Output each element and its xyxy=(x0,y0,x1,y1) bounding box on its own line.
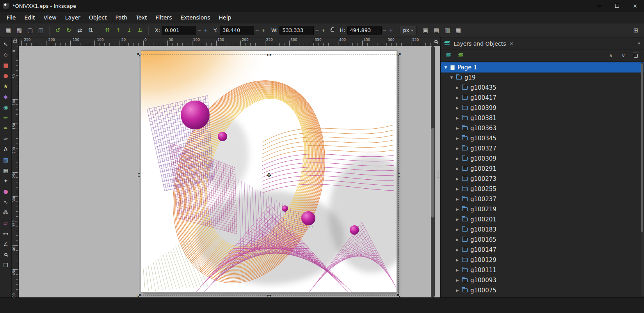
duplicate-layer-button[interactable] xyxy=(457,51,466,60)
unit-selector[interactable]: px ▾ xyxy=(400,26,416,35)
zoom-tool-button[interactable] xyxy=(1,249,11,260)
menu-path[interactable]: Path xyxy=(111,12,132,23)
expander-right-icon[interactable]: ▶ xyxy=(455,136,459,140)
layer-row-g100255[interactable]: ▶g100255 xyxy=(441,184,644,194)
layer-row-g100381[interactable]: ▶g100381 xyxy=(441,113,644,123)
expander-right-icon[interactable]: ▶ xyxy=(455,197,459,201)
layer-row-g100075[interactable]: ▶g100075 xyxy=(441,285,644,295)
expander-right-icon[interactable]: ▶ xyxy=(455,86,459,90)
lower-button[interactable]: ↓ xyxy=(124,25,134,35)
layer-row-g100273[interactable]: ▶g100273 xyxy=(441,174,644,184)
layer-row-g100237[interactable]: ▶g100237 xyxy=(441,194,644,204)
menu-view[interactable]: View xyxy=(39,12,61,23)
w-field-increase-button[interactable]: + xyxy=(320,26,326,35)
dock-splitter-handle[interactable] xyxy=(436,167,439,182)
spray-tool-button[interactable]: ⁂ xyxy=(1,207,11,218)
gradient-tool-button[interactable]: ▧ xyxy=(1,155,11,165)
selection-handle-top-center[interactable]: ↔ xyxy=(265,51,272,58)
layer-row-g100399[interactable]: ▶g100399 xyxy=(441,103,644,113)
move-up-button[interactable]: ∧ xyxy=(607,51,615,60)
menu-edit[interactable]: Edit xyxy=(20,12,39,23)
panel-scrollbar[interactable] xyxy=(641,62,644,297)
expander-right-icon[interactable]: ▶ xyxy=(455,106,459,110)
panel-close-button[interactable]: × xyxy=(509,41,514,47)
w-field-input[interactable] xyxy=(279,26,314,35)
h-field-increase-button[interactable]: + xyxy=(388,26,394,35)
menu-object[interactable]: Object xyxy=(85,12,111,23)
y-field-input[interactable] xyxy=(220,26,254,35)
layer-row-g100327[interactable]: ▶g100327 xyxy=(441,143,644,154)
expander-down-icon[interactable]: ▼ xyxy=(450,76,454,80)
flip-horizontal-button[interactable]: ⇄ xyxy=(75,25,85,35)
layer-row-g100219[interactable]: ▶g100219 xyxy=(441,204,644,214)
panel-menu-chevron-icon[interactable]: ▾ xyxy=(638,41,640,46)
scale-gradient-toggle-button[interactable]: ▥ xyxy=(442,25,452,35)
x-field-increase-button[interactable]: + xyxy=(203,26,209,35)
rectangle-tool-button[interactable]: ■ xyxy=(1,60,11,70)
pen-tool-button[interactable]: ✒ xyxy=(1,123,11,133)
expander-right-icon[interactable]: ▶ xyxy=(455,288,459,292)
layer-row-g100147[interactable]: ▶g100147 xyxy=(441,245,644,255)
expander-right-icon[interactable]: ▶ xyxy=(455,238,459,242)
expander-right-icon[interactable]: ▶ xyxy=(455,147,459,150)
spiral-tool-button[interactable]: ◉ xyxy=(1,102,11,112)
selection-handle-bottom-center[interactable]: ↔ xyxy=(265,292,272,297)
y-field-decrease-button[interactable]: − xyxy=(254,26,260,35)
x-field-decrease-button[interactable]: − xyxy=(196,26,203,35)
expander-right-icon[interactable]: ▶ xyxy=(455,258,459,262)
expander-right-icon[interactable]: ▶ xyxy=(455,116,459,120)
scale-stroke-toggle-button[interactable]: ▣ xyxy=(420,25,431,35)
maximize-button[interactable] xyxy=(608,0,626,12)
expander-right-icon[interactable]: ▶ xyxy=(455,207,459,211)
text-tool-button[interactable]: A xyxy=(1,144,11,154)
ellipse-tool-button[interactable]: ● xyxy=(1,71,11,81)
selection-handle-middle-left[interactable]: ↕ xyxy=(135,172,142,179)
node-tool-button[interactable]: ◇ xyxy=(1,50,11,60)
expander-down-icon[interactable]: ▼ xyxy=(444,65,448,69)
layer-row-g100363[interactable]: ▶g100363 xyxy=(441,123,644,133)
menu-layer[interactable]: Layer xyxy=(61,12,85,23)
connector-tool-button[interactable]: ⊶ xyxy=(1,228,11,239)
select-all-button[interactable]: ▦ xyxy=(3,25,13,35)
deselect-button[interactable]: ▢ xyxy=(25,25,35,35)
minimize-button[interactable] xyxy=(590,0,608,12)
layer-row-g19[interactable]: ▼g19 xyxy=(441,73,644,83)
rotate-ccw-button[interactable]: ↺ xyxy=(53,25,63,35)
panel-scrollbar-thumb[interactable] xyxy=(641,63,643,232)
h-field-input[interactable] xyxy=(347,26,382,35)
expander-right-icon[interactable]: ▶ xyxy=(455,96,459,100)
layer-row-g100129[interactable]: ▶g100129 xyxy=(441,255,644,265)
menu-help[interactable]: Help xyxy=(215,12,236,23)
layer-row-g100183[interactable]: ▶g100183 xyxy=(441,225,644,235)
scale-pattern-toggle-button[interactable]: ▦ xyxy=(453,25,463,35)
close-button[interactable]: × xyxy=(626,0,644,12)
menu-filters[interactable]: Filters xyxy=(151,12,176,23)
layer-row-g100093[interactable]: ▶g100093 xyxy=(441,275,644,285)
layer-row-g100291[interactable]: ▶g100291 xyxy=(441,164,644,174)
expander-right-icon[interactable]: ▶ xyxy=(455,187,459,191)
pages-tool-button[interactable]: ❐ xyxy=(1,260,11,270)
expander-right-icon[interactable]: ▶ xyxy=(455,248,459,252)
flip-vertical-button[interactable]: ⇅ xyxy=(85,25,96,35)
select-all-layers-button[interactable]: ▩ xyxy=(14,25,24,35)
layer-row-g100201[interactable]: ▶g100201 xyxy=(441,214,644,225)
scale-corners-toggle-button[interactable]: ▤ xyxy=(431,25,441,35)
lower-to-bottom-button[interactable]: ⇊ xyxy=(135,25,145,35)
scrollbar-thumb[interactable] xyxy=(431,128,434,218)
dropper-tool-button[interactable]: ✦ xyxy=(1,176,11,186)
eraser-tool-button[interactable]: ▱ xyxy=(1,218,11,228)
lock-aspect-ratio-toggle[interactable] xyxy=(328,25,336,35)
h-field-decrease-button[interactable]: − xyxy=(382,26,388,35)
expander-right-icon[interactable]: ▶ xyxy=(455,268,459,272)
expander-right-icon[interactable]: ▶ xyxy=(455,167,459,171)
vertical-ruler[interactable]: 050100150200250300350400450500 xyxy=(12,46,18,297)
layer-row-g100309[interactable]: ▶g100309 xyxy=(441,154,644,164)
y-field-increase-button[interactable]: + xyxy=(260,26,267,35)
horizontal-ruler[interactable]: -250-200-150-100-50050100150200250300350… xyxy=(19,37,432,46)
menu-text[interactable]: Text xyxy=(132,12,151,23)
tweak-tool-button[interactable]: ∿ xyxy=(1,197,11,207)
layer-row-g100111[interactable]: ▶g100111 xyxy=(441,265,644,275)
raise-to-top-button[interactable]: ⇈ xyxy=(102,25,112,35)
raise-button[interactable]: ↑ xyxy=(113,25,123,35)
canvas-vertical-scrollbar[interactable] xyxy=(431,46,435,297)
